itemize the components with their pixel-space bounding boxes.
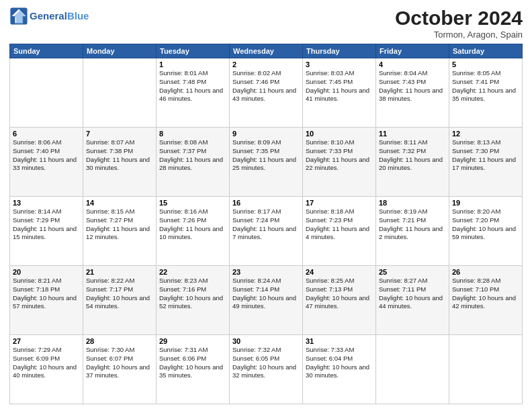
day-number: 22 <box>159 268 226 276</box>
day-cell: 14Sunrise: 8:15 AM Sunset: 7:27 PM Dayli… <box>83 197 157 266</box>
day-number: 23 <box>232 268 300 276</box>
day-cell: 21Sunrise: 8:22 AM Sunset: 7:17 PM Dayli… <box>83 266 157 335</box>
day-number: 28 <box>86 337 153 345</box>
day-cell: 28Sunrise: 7:30 AM Sunset: 6:07 PM Dayli… <box>83 335 157 404</box>
day-info: Sunrise: 8:01 AM Sunset: 7:48 PM Dayligh… <box>159 69 226 103</box>
day-number: 30 <box>232 337 300 345</box>
week-row-4: 20Sunrise: 8:21 AM Sunset: 7:18 PM Dayli… <box>10 266 523 335</box>
day-number: 2 <box>232 60 300 68</box>
day-info: Sunrise: 8:15 AM Sunset: 7:27 PM Dayligh… <box>86 208 153 242</box>
day-number: 11 <box>379 130 446 138</box>
calendar-table: SundayMondayTuesdayWednesdayThursdayFrid… <box>9 44 523 404</box>
calendar-body: 1Sunrise: 8:01 AM Sunset: 7:48 PM Daylig… <box>10 58 523 404</box>
day-cell: 4Sunrise: 8:04 AM Sunset: 7:43 PM Daylig… <box>376 58 449 128</box>
month-title: October 2024 <box>395 7 523 29</box>
day-cell: 3Sunrise: 8:03 AM Sunset: 7:45 PM Daylig… <box>303 58 376 128</box>
day-info: Sunrise: 8:23 AM Sunset: 7:16 PM Dayligh… <box>159 277 226 311</box>
logo: GeneralBlue <box>9 7 89 26</box>
day-info: Sunrise: 7:31 AM Sunset: 6:06 PM Dayligh… <box>159 346 226 380</box>
day-info: Sunrise: 8:19 AM Sunset: 7:21 PM Dayligh… <box>379 208 446 242</box>
week-row-3: 13Sunrise: 8:14 AM Sunset: 7:29 PM Dayli… <box>10 197 523 266</box>
day-number: 20 <box>13 268 80 276</box>
day-cell: 16Sunrise: 8:17 AM Sunset: 7:24 PM Dayli… <box>230 197 303 266</box>
title-block: October 2024 Tormon, Aragon, Spain <box>395 7 523 40</box>
day-number: 3 <box>306 60 373 68</box>
logo-icon <box>9 7 28 26</box>
day-info: Sunrise: 8:27 AM Sunset: 7:11 PM Dayligh… <box>379 277 446 311</box>
logo-blue: Blue <box>67 10 89 21</box>
day-number: 27 <box>13 337 80 345</box>
day-number: 26 <box>452 268 519 276</box>
day-info: Sunrise: 8:16 AM Sunset: 7:26 PM Dayligh… <box>159 208 226 242</box>
day-number: 6 <box>13 130 80 138</box>
day-cell: 18Sunrise: 8:19 AM Sunset: 7:21 PM Dayli… <box>376 197 449 266</box>
day-cell: 27Sunrise: 7:29 AM Sunset: 6:09 PM Dayli… <box>10 335 83 404</box>
day-info: Sunrise: 8:04 AM Sunset: 7:43 PM Dayligh… <box>379 69 446 103</box>
header: GeneralBlue October 2024 Tormon, Aragon,… <box>9 7 523 40</box>
day-info: Sunrise: 7:30 AM Sunset: 6:07 PM Dayligh… <box>86 346 153 380</box>
weekday-header-row: SundayMondayTuesdayWednesdayThursdayFrid… <box>10 44 523 58</box>
day-info: Sunrise: 8:28 AM Sunset: 7:10 PM Dayligh… <box>452 277 519 311</box>
day-number: 21 <box>86 268 153 276</box>
day-cell: 1Sunrise: 8:01 AM Sunset: 7:48 PM Daylig… <box>157 58 230 128</box>
day-number: 17 <box>306 199 373 207</box>
day-number: 10 <box>306 130 373 138</box>
day-cell: 24Sunrise: 8:25 AM Sunset: 7:13 PM Dayli… <box>303 266 376 335</box>
day-info: Sunrise: 8:05 AM Sunset: 7:41 PM Dayligh… <box>452 69 519 103</box>
day-cell: 31Sunrise: 7:33 AM Sunset: 6:04 PM Dayli… <box>303 335 376 404</box>
day-cell: 17Sunrise: 8:18 AM Sunset: 7:23 PM Dayli… <box>303 197 376 266</box>
weekday-tuesday: Tuesday <box>157 44 230 58</box>
day-cell: 2Sunrise: 8:02 AM Sunset: 7:46 PM Daylig… <box>230 58 303 128</box>
day-number: 19 <box>452 199 519 207</box>
day-info: Sunrise: 8:03 AM Sunset: 7:45 PM Dayligh… <box>306 69 373 103</box>
day-cell: 10Sunrise: 8:10 AM Sunset: 7:33 PM Dayli… <box>303 128 376 197</box>
day-number: 4 <box>379 60 446 68</box>
day-info: Sunrise: 8:18 AM Sunset: 7:23 PM Dayligh… <box>306 208 373 242</box>
day-info: Sunrise: 8:13 AM Sunset: 7:30 PM Dayligh… <box>452 138 519 173</box>
day-cell <box>83 58 157 128</box>
day-info: Sunrise: 8:09 AM Sunset: 7:35 PM Dayligh… <box>232 138 300 173</box>
week-row-1: 1Sunrise: 8:01 AM Sunset: 7:48 PM Daylig… <box>10 58 523 128</box>
day-cell: 9Sunrise: 8:09 AM Sunset: 7:35 PM Daylig… <box>230 128 303 197</box>
weekday-saturday: Saturday <box>449 44 523 58</box>
day-info: Sunrise: 8:11 AM Sunset: 7:32 PM Dayligh… <box>379 138 446 173</box>
logo-general: General <box>30 10 67 21</box>
day-info: Sunrise: 7:29 AM Sunset: 6:09 PM Dayligh… <box>13 346 80 380</box>
day-cell: 5Sunrise: 8:05 AM Sunset: 7:41 PM Daylig… <box>449 58 523 128</box>
day-number: 14 <box>86 199 153 207</box>
day-cell: 19Sunrise: 8:20 AM Sunset: 7:20 PM Dayli… <box>449 197 523 266</box>
day-number: 12 <box>452 130 519 138</box>
week-row-2: 6Sunrise: 8:06 AM Sunset: 7:40 PM Daylig… <box>10 128 523 197</box>
day-number: 16 <box>232 199 300 207</box>
day-cell: 6Sunrise: 8:06 AM Sunset: 7:40 PM Daylig… <box>10 128 83 197</box>
day-cell <box>376 335 449 404</box>
day-number: 18 <box>379 199 446 207</box>
day-cell: 30Sunrise: 7:32 AM Sunset: 6:05 PM Dayli… <box>230 335 303 404</box>
day-number: 29 <box>159 337 226 345</box>
day-cell: 25Sunrise: 8:27 AM Sunset: 7:11 PM Dayli… <box>376 266 449 335</box>
day-cell: 22Sunrise: 8:23 AM Sunset: 7:16 PM Dayli… <box>157 266 230 335</box>
day-cell <box>449 335 523 404</box>
day-cell: 13Sunrise: 8:14 AM Sunset: 7:29 PM Dayli… <box>10 197 83 266</box>
weekday-thursday: Thursday <box>303 44 376 58</box>
weekday-monday: Monday <box>83 44 157 58</box>
day-number: 31 <box>306 337 373 345</box>
day-cell: 29Sunrise: 7:31 AM Sunset: 6:06 PM Dayli… <box>157 335 230 404</box>
day-number: 1 <box>159 60 226 68</box>
day-cell: 26Sunrise: 8:28 AM Sunset: 7:10 PM Dayli… <box>449 266 523 335</box>
day-cell: 11Sunrise: 8:11 AM Sunset: 7:32 PM Dayli… <box>376 128 449 197</box>
day-info: Sunrise: 8:10 AM Sunset: 7:33 PM Dayligh… <box>306 138 373 173</box>
day-info: Sunrise: 7:32 AM Sunset: 6:05 PM Dayligh… <box>232 346 300 380</box>
day-number: 5 <box>452 60 519 68</box>
weekday-friday: Friday <box>376 44 449 58</box>
day-number: 13 <box>13 199 80 207</box>
day-info: Sunrise: 8:08 AM Sunset: 7:37 PM Dayligh… <box>159 138 226 173</box>
day-info: Sunrise: 8:17 AM Sunset: 7:24 PM Dayligh… <box>232 208 300 242</box>
day-info: Sunrise: 8:25 AM Sunset: 7:13 PM Dayligh… <box>306 277 373 311</box>
day-number: 8 <box>159 130 226 138</box>
day-info: Sunrise: 8:24 AM Sunset: 7:14 PM Dayligh… <box>232 277 300 311</box>
day-info: Sunrise: 8:07 AM Sunset: 7:38 PM Dayligh… <box>86 138 153 173</box>
day-info: Sunrise: 8:14 AM Sunset: 7:29 PM Dayligh… <box>13 208 80 242</box>
day-cell: 7Sunrise: 8:07 AM Sunset: 7:38 PM Daylig… <box>83 128 157 197</box>
day-info: Sunrise: 8:21 AM Sunset: 7:18 PM Dayligh… <box>13 277 80 311</box>
